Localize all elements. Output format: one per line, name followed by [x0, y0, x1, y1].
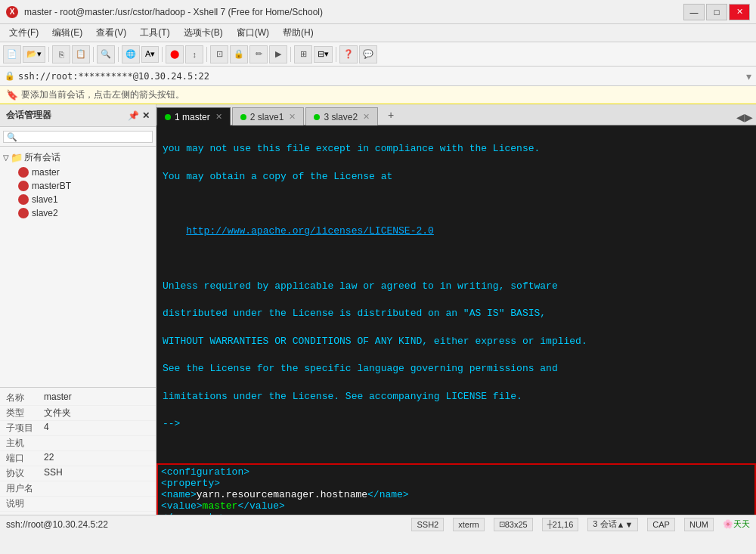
window-controls: — □ ✕ — [683, 4, 750, 20]
app-icon: X — [6, 6, 18, 18]
sidebar-item-slave1[interactable]: slave1 — [0, 193, 156, 206]
folder-icon: 📁 — [11, 152, 23, 163]
sidebar-search-input[interactable] — [3, 131, 153, 143]
lock-button[interactable]: 🔒 — [230, 45, 248, 63]
tab-slave1[interactable]: 2 slave1 ✕ — [232, 107, 305, 125]
server-icon-master — [18, 167, 29, 178]
sidebar-close-icon[interactable]: ✕ — [142, 110, 150, 121]
properties-panel: 名称 master 类型 文件夹 子项目 4 主机 端口 22 协议 SSH — [0, 387, 156, 515]
compose-button[interactable]: ✏ — [249, 45, 268, 63]
toolbar-separator-1 — [48, 47, 49, 62]
sessions-up-arrow[interactable]: ▲ — [617, 520, 625, 529]
menu-help[interactable]: 帮助(H) — [277, 25, 320, 41]
tab-left-arrow[interactable]: ◀ — [736, 111, 745, 123]
xftp-button[interactable]: ⬤ — [166, 45, 184, 63]
toolbar-separator-7 — [336, 47, 336, 62]
layout-button[interactable]: ⊞ — [294, 45, 312, 63]
sessions-down-arrow[interactable]: ▼ — [624, 520, 633, 529]
tab-dot-master — [165, 114, 171, 120]
menu-bar: 文件(F) 编辑(E) 查看(V) 工具(T) 选项卡(B) 窗口(W) 帮助(… — [0, 24, 756, 42]
sidebar-tree: ▽ 📁 所有会话 master masterBT slave1 slave2 — [0, 147, 156, 387]
prop-label-children: 子项目 — [6, 422, 44, 435]
help-button[interactable]: ❓ — [339, 45, 358, 63]
address-dropdown-arrow[interactable]: ▾ — [746, 70, 751, 82]
new-session-button[interactable]: 📄 — [3, 45, 21, 63]
tab-add-button[interactable]: + — [383, 107, 399, 123]
tab-close-slave1[interactable]: ✕ — [289, 112, 296, 122]
sidebar-pin-icon[interactable]: 📌 — [128, 110, 139, 121]
toolbar-separator-6 — [290, 47, 291, 62]
prop-value-port: 22 — [44, 452, 54, 465]
font-dropdown[interactable]: A▾ — [141, 46, 159, 63]
prop-children: 子项目 4 — [0, 421, 156, 436]
tab-label-slave2: 3 slave2 — [324, 112, 358, 122]
term-line-1: you may not use this file except in comp… — [163, 142, 750, 156]
xml-line-2: <property> — [161, 478, 751, 489]
close-button[interactable]: ✕ — [729, 4, 750, 20]
terminal[interactable]: you may not use this file except in comp… — [156, 125, 756, 515]
prop-description: 说明 — [0, 497, 156, 512]
menu-tools[interactable]: 工具(T) — [134, 25, 175, 41]
prop-label-protocol: 协议 — [6, 467, 44, 480]
bookmark-icon: 🔖 — [6, 89, 18, 101]
tab-close-master[interactable]: ✕ — [215, 112, 222, 122]
prop-value-protocol: SSH — [44, 467, 63, 480]
menu-tabs[interactable]: 选项卡(B) — [178, 25, 229, 41]
prop-value-name: master — [44, 392, 72, 404]
toolbar-separator-4 — [162, 47, 163, 62]
prop-name: 名称 master — [0, 391, 156, 406]
toolbar: 📄 📂▾ ⎘ 📋 🔍 🌐 A▾ ⬤ ↕ ⊡ 🔒 ✏ ▶ ⊞ ⊟▾ ❓ 💬 — [0, 42, 756, 67]
tab-label-slave1: 2 slave1 — [250, 112, 284, 122]
xml-line-4: <value>master</value> — [161, 500, 751, 512]
menu-window[interactable]: 窗口(W) — [231, 25, 275, 41]
sidebar-title: 会话管理器 — [6, 109, 51, 122]
sidebar-header: 会话管理器 📌 ✕ — [0, 104, 156, 127]
fullscreen-button[interactable]: ⊡ — [210, 45, 228, 63]
layout-dropdown[interactable]: ⊟▾ — [314, 46, 333, 63]
chat-button[interactable]: 💬 — [359, 45, 377, 63]
status-protocol: SSH2 — [411, 518, 444, 531]
address-text[interactable]: ssh://root:**********@10.30.24.5:22 — [18, 71, 743, 82]
search-button[interactable]: 🔍 — [97, 45, 115, 63]
status-sessions: 3 会话 ▲ ▼ — [587, 518, 638, 531]
sidebar-item-masterbt[interactable]: masterBT — [0, 179, 156, 193]
paste-button[interactable]: 📋 — [72, 45, 90, 63]
tab-master[interactable]: 1 master ✕ — [156, 107, 231, 125]
prop-type: 类型 文件夹 — [0, 406, 156, 421]
toolbar-separator-5 — [206, 47, 207, 62]
menu-file[interactable]: 文件(F) — [3, 25, 45, 41]
tab-dot-slave1 — [240, 114, 246, 120]
prop-label-host: 主机 — [6, 437, 44, 450]
status-size: ⊡ 83x25 — [494, 518, 533, 531]
info-bar: 🔖 要添加当前会话，点击左侧的箭头按钮。 — [0, 86, 756, 104]
copy-button[interactable]: ⎘ — [52, 45, 70, 63]
size-icon: ⊡ — [499, 520, 505, 528]
transfer-button[interactable]: ↕ — [185, 45, 203, 63]
prop-label-description: 说明 — [6, 497, 44, 510]
sidebar-item-slave2[interactable]: slave2 — [0, 206, 156, 220]
tree-root[interactable]: ▽ 📁 所有会话 — [0, 150, 156, 166]
window-title: master - root@master:/usr/cstor/hadoop -… — [24, 7, 683, 17]
sidebar-item-master[interactable]: master — [0, 166, 156, 179]
term-line-9: See the License for the specific languag… — [163, 362, 750, 376]
term-line-5 — [163, 252, 750, 266]
open-dropdown[interactable]: 📂▾ — [23, 46, 45, 63]
tab-slave2[interactable]: 3 slave2 ✕ — [305, 107, 378, 125]
tab-close-slave2[interactable]: ✕ — [363, 112, 370, 122]
term-line-8: WITHOUT WARRANTIES OR CONDITIONS OF ANY … — [163, 335, 750, 348]
status-num: NUM — [684, 518, 714, 531]
content-area: 1 master ✕ 2 slave1 ✕ 3 slave2 ✕ + ◀ ▶ y… — [156, 104, 756, 515]
tab-right-arrow[interactable]: ▶ — [745, 111, 753, 123]
server-icon-slave2 — [18, 208, 29, 218]
script-button[interactable]: ▶ — [269, 45, 287, 63]
sidebar-icons: 📌 ✕ — [128, 110, 150, 121]
menu-edit[interactable]: 编辑(E) — [46, 25, 88, 41]
sidebar-item-master-label: master — [32, 167, 60, 178]
prop-username: 用户名 — [0, 481, 156, 497]
prop-label-port: 端口 — [6, 452, 44, 465]
minimize-button[interactable]: — — [683, 4, 705, 20]
color-button[interactable]: 🌐 — [122, 45, 140, 63]
maximize-button[interactable]: □ — [706, 4, 727, 20]
status-brand: 🌸天天 — [723, 518, 750, 530]
menu-view[interactable]: 查看(V) — [90, 25, 132, 41]
